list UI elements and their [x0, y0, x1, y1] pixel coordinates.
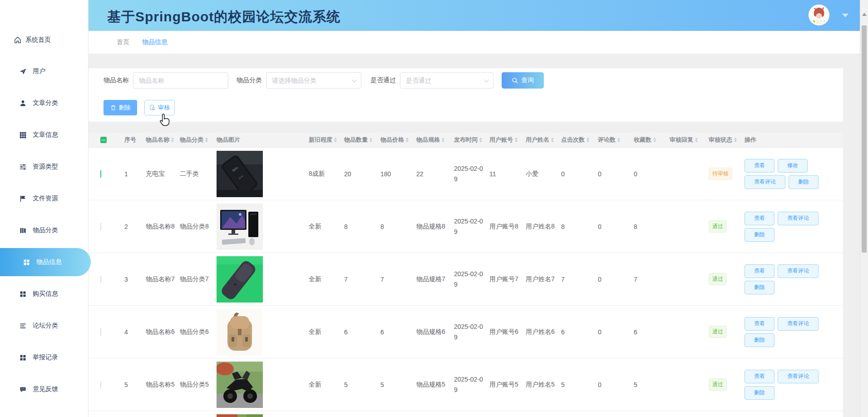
- edit-button[interactable]: 修改: [778, 159, 808, 173]
- item-name-input[interactable]: [133, 73, 228, 88]
- pass-select[interactable]: [400, 72, 493, 89]
- pass-select-input[interactable]: [400, 73, 493, 88]
- sidebar-item-system-home[interactable]: 系统首页: [0, 31, 89, 49]
- view-button[interactable]: 查看: [745, 159, 774, 173]
- items-table: 序号 物品名称 物品分类 物品图片 新旧程度 物品数量 物品价格 物品规格 发布…: [89, 133, 843, 417]
- delete-button[interactable]: 删除: [104, 100, 137, 115]
- cell-seq: 5: [124, 381, 146, 388]
- cell-comments: 0: [598, 276, 634, 283]
- vertical-scrollbar[interactable]: [860, 0, 868, 417]
- cell-spec: 物品规格8: [416, 223, 454, 231]
- grid-2x2-icon: [23, 258, 30, 266]
- cell-quantity: 6: [344, 328, 380, 336]
- view-button[interactable]: 查看: [745, 370, 774, 383]
- sidebar-item-feedback[interactable]: 意见反馈: [0, 380, 89, 398]
- search-button[interactable]: 查询: [502, 72, 544, 89]
- sidebar-item-item-info[interactable]: 物品信息: [0, 248, 91, 276]
- product-image-desktop-pc: [217, 204, 263, 250]
- view-button[interactable]: 查看: [745, 212, 774, 225]
- row-checkbox[interactable]: [100, 328, 101, 336]
- view-comments-button[interactable]: 查看评论: [778, 370, 819, 383]
- col-favorites: 收藏数: [634, 136, 670, 144]
- user-avatar[interactable]: [809, 5, 829, 25]
- sidebar-item-purchase-info[interactable]: 购买信息: [0, 285, 89, 303]
- sort-toggle[interactable]: [617, 138, 620, 142]
- anime-avatar: [809, 5, 829, 25]
- sidebar-item-users[interactable]: 用户: [0, 62, 89, 80]
- tab-item-info[interactable]: 物品信息: [142, 38, 168, 46]
- sort-toggle[interactable]: [370, 138, 372, 142]
- delete-row-button[interactable]: 删除: [745, 228, 774, 242]
- delete-row-button[interactable]: 删除: [745, 333, 774, 347]
- home-icon: [14, 36, 22, 44]
- item-name-field-wrap: [133, 72, 228, 89]
- search-button-label: 查询: [521, 76, 534, 84]
- sort-toggle[interactable]: [171, 138, 174, 142]
- col-category: 物品分类: [180, 136, 217, 144]
- cell-favorites: 7: [634, 276, 670, 283]
- view-button[interactable]: 查看: [745, 264, 774, 278]
- cell-date: 2025-02-09: [454, 374, 489, 395]
- sidebar-item-forum-category[interactable]: 论坛分类: [0, 317, 89, 335]
- status-badge: 通过: [709, 326, 727, 338]
- cell-favorites: 6: [634, 328, 670, 336]
- sidebar-item-label: 论坛分类: [33, 322, 58, 330]
- cell-category: 物品分类6: [180, 328, 217, 336]
- sort-toggle[interactable]: [515, 138, 518, 142]
- row-checkbox[interactable]: [100, 276, 101, 283]
- view-comments-button[interactable]: 查看评论: [778, 317, 819, 331]
- cell-spec: 物品规格7: [416, 275, 454, 283]
- sort-toggle[interactable]: [205, 138, 208, 142]
- status-badge: 通过: [709, 378, 727, 391]
- cell-spec: 22: [416, 170, 454, 178]
- sort-toggle[interactable]: [587, 138, 589, 142]
- row-checkbox[interactable]: [100, 381, 101, 388]
- sort-toggle[interactable]: [479, 138, 482, 142]
- row-checkbox[interactable]: [100, 223, 101, 230]
- cell-seq: 4: [124, 328, 146, 336]
- sidebar-item-article-info[interactable]: 文章信息: [0, 126, 89, 144]
- view-comments-button[interactable]: 查看评论: [745, 175, 785, 189]
- scrollbar-up-arrow-icon[interactable]: [862, 13, 867, 16]
- sort-toggle[interactable]: [551, 138, 554, 142]
- item-category-select-input[interactable]: [266, 73, 361, 88]
- col-spec: 物品规格: [416, 136, 454, 144]
- view-comments-button[interactable]: 查看评论: [778, 264, 819, 278]
- caret-down-icon[interactable]: [842, 14, 848, 17]
- view-comments-button[interactable]: 查看评论: [778, 212, 819, 225]
- cell-name: 物品名称6: [146, 328, 180, 336]
- flag-icon: [19, 195, 27, 203]
- sort-toggle[interactable]: [334, 138, 337, 142]
- row-checkbox[interactable]: [100, 170, 101, 178]
- sort-toggle[interactable]: [406, 138, 409, 142]
- delete-row-button[interactable]: 删除: [745, 281, 774, 294]
- tab-home[interactable]: 首页: [117, 38, 129, 46]
- scrollbar-thumb[interactable]: [862, 25, 867, 253]
- cell-username: 用户姓名8: [526, 223, 561, 231]
- item-category-select[interactable]: [266, 72, 361, 89]
- cell-date: 2025-02-09: [454, 216, 489, 237]
- select-all-checkbox[interactable]: [100, 137, 107, 143]
- status-badge: 通过: [709, 220, 727, 233]
- delete-row-button[interactable]: 删除: [789, 175, 819, 189]
- col-name: 物品名称: [146, 136, 180, 144]
- cell-spec: 物品规格6: [416, 328, 454, 336]
- sidebar-item-resource-type[interactable]: 资源类型: [0, 158, 89, 176]
- table-row: [89, 411, 843, 417]
- cell-account: 用户账号7: [489, 275, 526, 283]
- sort-toggle[interactable]: [653, 138, 656, 142]
- audit-button[interactable]: 审核: [144, 100, 175, 115]
- breadcrumb-tabs: 首页 物品信息: [89, 31, 860, 54]
- grid-2x2-icon: [19, 290, 27, 298]
- sidebar-item-item-category[interactable]: 物品分类: [0, 221, 89, 239]
- sidebar-item-article-category[interactable]: 文章分类: [0, 94, 89, 112]
- sidebar-item-report-records[interactable]: 举报记录: [0, 348, 89, 367]
- sort-toggle[interactable]: [734, 138, 737, 142]
- view-button[interactable]: 查看: [745, 317, 774, 331]
- col-account: 用户账号: [489, 136, 526, 144]
- sort-toggle[interactable]: [442, 138, 444, 142]
- sidebar-item-file-resource[interactable]: 文件资源: [0, 189, 89, 208]
- delete-row-button[interactable]: 删除: [745, 386, 774, 400]
- sort-toggle[interactable]: [695, 138, 698, 142]
- grid-3x3-icon: [19, 131, 27, 139]
